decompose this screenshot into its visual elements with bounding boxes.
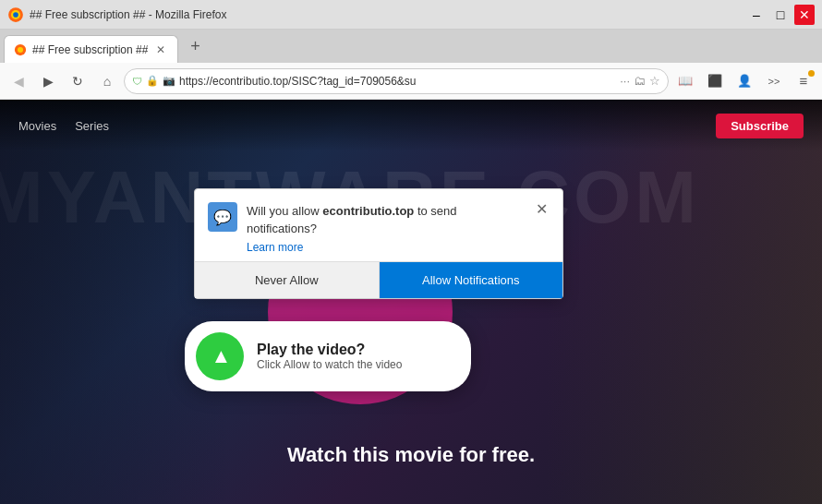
url-text[interactable]: https://econtributio.top/SISC?tag_id=709… bbox=[179, 75, 616, 88]
subscribe-button[interactable]: Subscribe bbox=[716, 114, 804, 138]
shield-icon: 🛡 bbox=[132, 76, 142, 87]
tab-close-button[interactable]: ✕ bbox=[153, 42, 168, 57]
bottom-text: Watch this movie for free. bbox=[0, 443, 822, 467]
notif-question-before: Will you allow bbox=[247, 204, 322, 218]
play-circle: ▲ bbox=[196, 332, 244, 380]
title-bar-controls: – □ ✕ bbox=[746, 5, 815, 25]
play-popup: ▲ Play the video? Click Allow to watch t… bbox=[185, 321, 471, 391]
site-header: Movies Series Subscribe bbox=[0, 100, 822, 151]
address-bar[interactable]: 🛡 🔒 📷 https://econtributio.top/SISC?tag_… bbox=[124, 68, 669, 94]
library-button[interactable]: 📖 bbox=[672, 68, 698, 94]
nav-movies[interactable]: Movies bbox=[18, 119, 56, 133]
more-tools-button[interactable]: >> bbox=[761, 68, 787, 94]
play-text: Play the video? Click Allow to watch the… bbox=[257, 342, 402, 371]
tab-favicon bbox=[14, 43, 27, 56]
pocket-icon[interactable]: 🗂 bbox=[634, 74, 646, 88]
chat-icon: 💬 bbox=[213, 209, 232, 226]
notif-buttons: Never Allow Allow Notifications bbox=[195, 261, 562, 298]
camera-icon: 📷 bbox=[163, 75, 175, 87]
home-button[interactable]: ⌂ bbox=[94, 68, 120, 94]
synced-tabs-button[interactable]: ⬛ bbox=[702, 68, 728, 94]
svg-point-2 bbox=[13, 12, 18, 18]
active-tab[interactable]: ## Free subscription ## ✕ bbox=[4, 35, 178, 63]
tab-bar: ## Free subscription ## ✕ + bbox=[0, 30, 822, 63]
maximize-button[interactable]: □ bbox=[770, 5, 791, 25]
reload-button[interactable]: ↻ bbox=[65, 68, 91, 94]
nav-series[interactable]: Series bbox=[75, 119, 109, 133]
notif-body: Will you allow econtributio.top to send … bbox=[247, 202, 525, 254]
menu-button[interactable]: ≡ bbox=[791, 68, 816, 94]
account-button[interactable]: 👤 bbox=[731, 68, 757, 94]
forward-button[interactable]: ▶ bbox=[35, 68, 61, 94]
notif-title: Will you allow econtributio.top to send … bbox=[247, 204, 457, 235]
play-title: Play the video? bbox=[257, 342, 402, 358]
nav-bar: ◀ ▶ ↻ ⌂ 🛡 🔒 📷 https://econtributio.top/S… bbox=[0, 63, 822, 100]
minimize-button[interactable]: – bbox=[746, 5, 767, 25]
play-subtitle: Click Allow to watch the video bbox=[257, 358, 402, 371]
never-allow-button[interactable]: Never Allow bbox=[195, 262, 380, 298]
close-button[interactable]: ✕ bbox=[794, 5, 815, 25]
window-title: ## Free subscription ## - Mozilla Firefo… bbox=[30, 8, 226, 21]
bookmark-icon[interactable]: ☆ bbox=[649, 74, 660, 88]
nav-right: 📖 ⬛ 👤 >> ≡ bbox=[672, 68, 816, 94]
webpage: MYANTWARE.COM Movies Series Subscribe ▲ … bbox=[0, 100, 822, 504]
title-bar: ## Free subscription ## - Mozilla Firefo… bbox=[0, 0, 822, 30]
notif-icon: 💬 bbox=[208, 202, 237, 232]
lock-icon: 🔒 bbox=[146, 75, 159, 87]
title-bar-left: ## Free subscription ## - Mozilla Firefo… bbox=[7, 6, 226, 23]
more-icon[interactable]: ··· bbox=[620, 74, 630, 88]
firefox-icon bbox=[7, 6, 24, 23]
allow-notifications-button[interactable]: Allow Notifications bbox=[380, 262, 563, 298]
notif-header: 💬 Will you allow econtributio.top to sen… bbox=[195, 189, 562, 261]
notification-popup: 💬 Will you allow econtributio.top to sen… bbox=[194, 188, 563, 299]
play-arrow-icon: ▲ bbox=[212, 344, 232, 368]
notif-learn-more-link[interactable]: Learn more bbox=[247, 241, 525, 254]
new-tab-button[interactable]: + bbox=[182, 33, 208, 59]
tab-label: ## Free subscription ## bbox=[32, 43, 148, 56]
svg-point-4 bbox=[18, 46, 23, 52]
back-button[interactable]: ◀ bbox=[6, 68, 31, 94]
notif-domain: econtributio.top bbox=[322, 204, 414, 218]
notif-close-button[interactable]: ✕ bbox=[534, 202, 550, 217]
